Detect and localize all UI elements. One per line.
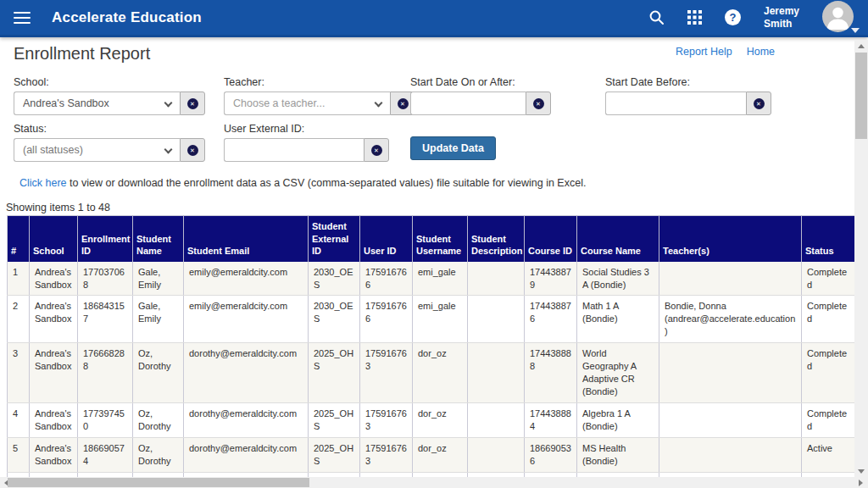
table-cell: Social Studies 3 A (Bondie) — [577, 262, 659, 296]
column-header-7: Student Username — [413, 216, 468, 262]
report-table-container[interactable]: #SchoolEnrollment IDStudent NameStudent … — [7, 215, 855, 488]
table-cell: 2030_OES — [309, 262, 360, 296]
column-header-1: School — [30, 216, 78, 262]
table-cell: Andrea's Sandbox — [30, 296, 78, 343]
status-field: Status: (all statuses) ✕ — [14, 123, 205, 162]
table-cell: 175916763 — [360, 343, 413, 403]
table-cell: 2025_OHS — [309, 343, 360, 403]
teacher-select-value: Choose a teacher... — [233, 97, 325, 109]
teacher-select[interactable]: Choose a teacher... — [224, 92, 390, 115]
clear-icon: ✕ — [398, 98, 409, 109]
top-navbar: Accelerate Education ? Jeremy Smith — [0, 0, 868, 37]
user-menu-caret-icon[interactable] — [851, 28, 860, 33]
user-external-id-input[interactable] — [224, 138, 364, 162]
table-cell: emi_gale — [413, 262, 468, 296]
table-row: 1Andrea's Sandbox177037068Gale, Emilyemi… — [8, 262, 856, 296]
vertical-scrollbar-thumb[interactable] — [855, 53, 867, 139]
table-cell: Bondie, Donna (andrear@accelerate.educat… — [659, 296, 802, 343]
table-cell: 177037068 — [78, 262, 133, 296]
column-header-12: Status — [802, 216, 856, 262]
table-cell: 1 — [8, 262, 30, 296]
clear-icon: ✕ — [187, 98, 198, 109]
table-cell — [468, 343, 525, 403]
table-cell: emily@emeraldcity.com — [184, 262, 309, 296]
table-cell: emily@emeraldcity.com — [184, 296, 309, 343]
user-menu[interactable] — [822, 1, 856, 35]
horizontal-scrollbar[interactable] — [0, 477, 854, 488]
table-cell: 176668288 — [78, 343, 133, 403]
update-data-button[interactable]: Update Data — [410, 136, 496, 160]
column-header-4: Student Email — [184, 216, 309, 262]
teacher-label: Teacher: — [224, 76, 415, 88]
start-date-on-or-after-input[interactable] — [410, 92, 526, 115]
table-cell: Oz, Dorothy — [133, 438, 184, 473]
table-cell — [468, 438, 525, 473]
table-cell: 175916766 — [360, 296, 413, 343]
enrollment-report-screen: Accelerate Education ? Jeremy Smith — [0, 0, 868, 488]
table-cell: Andrea's Sandbox — [30, 403, 78, 438]
table-cell: 2030_OES — [309, 296, 360, 343]
csv-download-line: Click here to view or download the enrol… — [19, 177, 586, 189]
column-header-5: Student External ID — [309, 216, 360, 262]
table-cell: Math 1 A (Bondie) — [577, 296, 659, 343]
table-cell: Gale, Emily — [133, 296, 184, 343]
table-cell: 174438876 — [525, 296, 577, 343]
navbar-right: ? Jeremy Smith — [648, 1, 856, 35]
table-cell: dorothy@emeraldcity.com — [184, 343, 309, 403]
column-header-11: Teacher(s) — [659, 216, 802, 262]
start-date-before-clear-button[interactable]: ✕ — [746, 92, 771, 115]
column-header-8: Student Description — [468, 216, 525, 262]
table-cell: 186690574 — [78, 438, 133, 473]
user-name-first: Jeremy — [764, 5, 799, 18]
showing-items-text: Showing items 1 to 48 — [6, 202, 110, 214]
table-cell: 2025_OHS — [309, 403, 360, 438]
horizontal-scrollbar-thumb[interactable] — [8, 478, 309, 487]
table-cell: 186843157 — [78, 296, 133, 343]
user-name-last: Smith — [764, 18, 799, 30]
search-icon[interactable] — [648, 9, 665, 25]
column-header-9: Course ID — [525, 216, 577, 262]
scroll-right-arrow-icon[interactable] — [854, 477, 866, 488]
csv-download-link[interactable]: Click here — [19, 177, 67, 189]
status-clear-button[interactable]: ✕ — [180, 138, 205, 162]
start-date-before-label: Start Date Before: — [605, 76, 771, 88]
status-label: Status: — [14, 123, 205, 135]
csv-download-text: to view or download the enrollment data … — [67, 177, 587, 189]
table-cell: dorothy@emeraldcity.com — [184, 438, 309, 473]
help-icon[interactable]: ? — [725, 9, 741, 25]
user-external-id-clear-button[interactable]: ✕ — [364, 138, 389, 162]
table-cell: Andrea's Sandbox — [30, 262, 78, 296]
table-cell — [659, 438, 802, 473]
menu-icon[interactable] — [14, 12, 31, 24]
table-cell: Completed — [802, 296, 856, 343]
table-cell: Gale, Emily — [133, 262, 184, 296]
start-date-on-or-after-clear-button[interactable]: ✕ — [526, 92, 551, 115]
apps-grid-icon[interactable] — [687, 10, 702, 25]
chevron-down-icon — [375, 99, 383, 108]
school-clear-button[interactable]: ✕ — [180, 92, 205, 115]
table-cell: dor_oz — [413, 403, 468, 438]
chevron-down-icon — [164, 146, 173, 154]
start-date-before-field: Start Date Before: ✕ — [605, 76, 771, 115]
table-cell: Active — [802, 438, 856, 473]
report-help-link[interactable]: Report Help — [676, 46, 732, 58]
table-cell: 186690536 — [525, 438, 577, 473]
scroll-up-arrow-icon[interactable] — [854, 40, 868, 52]
navbar-left: Accelerate Education — [14, 9, 202, 26]
vertical-scrollbar[interactable] — [854, 40, 868, 477]
scroll-down-arrow-icon[interactable] — [854, 465, 868, 477]
start-date-before-input[interactable] — [605, 92, 746, 115]
page-title: Enrollment Report — [14, 44, 150, 64]
avatar[interactable] — [822, 1, 854, 32]
table-cell: Completed — [802, 343, 856, 403]
table-cell — [468, 403, 525, 438]
status-select[interactable]: (all statuses) — [14, 138, 180, 162]
user-external-id-label: User External ID: — [224, 123, 389, 135]
table-cell: 175916766 — [360, 262, 413, 296]
table-row: 5Andrea's Sandbox186690574Oz, Dorothydor… — [8, 438, 856, 473]
table-cell: Completed — [802, 403, 856, 438]
school-field: School: Andrea's Sandbox ✕ — [14, 76, 205, 115]
home-link[interactable]: Home — [747, 46, 775, 58]
school-select[interactable]: Andrea's Sandbox — [14, 92, 180, 115]
page-links: Report Help Home — [676, 46, 775, 58]
